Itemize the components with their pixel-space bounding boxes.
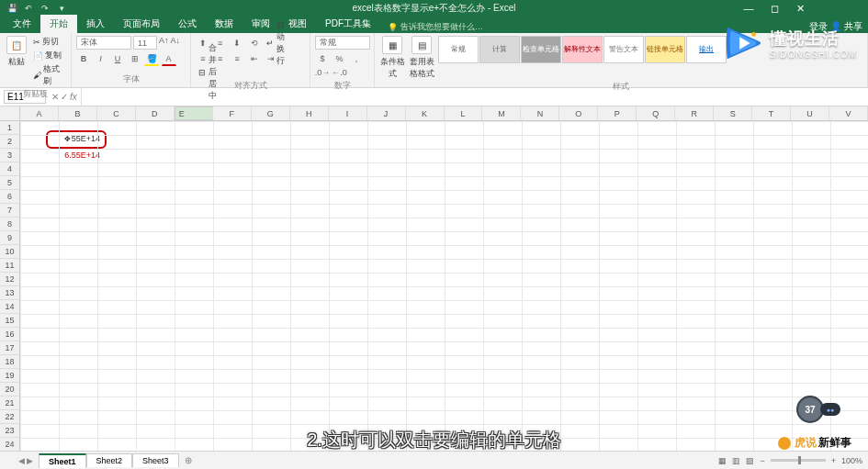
style-warn[interactable]: 警告文本 <box>603 36 644 63</box>
align-bottom-icon[interactable]: ⬇ <box>230 36 244 50</box>
selected-cell[interactable] <box>175 190 214 205</box>
tab-insert[interactable]: 插入 <box>77 15 114 33</box>
col-header-E[interactable]: E <box>175 106 213 120</box>
align-right-icon[interactable]: ≡ <box>230 51 244 65</box>
row-header-8[interactable]: 8 <box>0 218 19 231</box>
style-normal[interactable]: 常规 <box>438 36 479 63</box>
tab-data[interactable]: 数据 <box>206 15 242 33</box>
dec-decimal-icon[interactable]: ←.0 <box>333 65 347 79</box>
zoom-slider[interactable] <box>771 459 826 462</box>
row-header-18[interactable]: 18 <box>0 355 19 369</box>
decrease-font-icon[interactable]: A↓ <box>171 36 181 50</box>
sheet-next-icon[interactable]: ▶ <box>27 456 33 465</box>
row-header-14[interactable]: 14 <box>0 300 19 314</box>
style-calc[interactable]: 计算 <box>479 36 520 63</box>
col-header-D[interactable]: D <box>136 106 175 120</box>
row-header-1[interactable]: 1 <box>0 121 19 135</box>
save-icon[interactable]: 💾 <box>6 2 18 15</box>
qat-more-icon[interactable]: ▾ <box>55 2 68 15</box>
row-header-3[interactable]: 3 <box>0 149 19 162</box>
row-header-10[interactable]: 10 <box>0 245 19 259</box>
col-header-I[interactable]: I <box>329 106 367 120</box>
col-header-T[interactable]: T <box>752 106 791 120</box>
currency-icon[interactable]: $ <box>315 51 330 65</box>
tab-pagelayout[interactable]: 页面布局 <box>114 15 169 33</box>
view-break-icon[interactable]: ▨ <box>746 456 754 465</box>
col-header-V[interactable]: V <box>829 106 868 120</box>
font-color-button[interactable]: A <box>162 52 176 66</box>
undo-icon[interactable]: ↶ <box>22 2 35 15</box>
col-header-K[interactable]: K <box>406 106 445 120</box>
col-header-F[interactable]: F <box>213 106 252 120</box>
cell-styles-gallery[interactable]: 常规 计算 检查单元格 解释性文本 警告文本 链接单元格 输出 <box>438 36 727 63</box>
font-size-select[interactable]: 11 <box>133 36 157 50</box>
redo-icon[interactable]: ↷ <box>39 2 51 15</box>
underline-button[interactable]: U <box>110 51 125 65</box>
indent-dec-icon[interactable]: ⇤ <box>247 51 262 65</box>
col-header-M[interactable]: M <box>482 106 521 120</box>
col-header-S[interactable]: S <box>714 106 752 120</box>
style-check[interactable]: 检查单元格 <box>521 36 561 63</box>
number-format-select[interactable]: 常规 <box>315 36 370 50</box>
col-header-N[interactable]: N <box>521 106 559 120</box>
fill-color-button[interactable]: 🪣 <box>144 52 159 66</box>
row-header-4[interactable]: 4 <box>0 162 19 176</box>
maximize-icon[interactable]: ◻ <box>761 3 787 15</box>
row-header-22[interactable]: 22 <box>0 410 19 424</box>
tell-me[interactable]: 💡告诉我您想要做什么… <box>388 21 483 33</box>
select-all-corner[interactable] <box>0 106 20 121</box>
fx-icon[interactable]: fx <box>70 92 77 102</box>
increase-font-icon[interactable]: A↑ <box>159 36 169 50</box>
font-name-select[interactable]: 宋体 <box>76 36 131 50</box>
row-header-20[interactable]: 20 <box>0 383 19 396</box>
cell-b3[interactable]: 6.55E+14 <box>53 150 103 161</box>
style-explain[interactable]: 解释性文本 <box>562 36 603 63</box>
view-normal-icon[interactable]: ▦ <box>718 456 727 465</box>
row-header-24[interactable]: 24 <box>0 438 19 452</box>
row-header-5[interactable]: 5 <box>0 176 19 190</box>
cell-area[interactable]: ✥55E+14 6.55E+14 <box>20 121 868 455</box>
row-header-7[interactable]: 7 <box>0 204 19 218</box>
row-header-19[interactable]: 19 <box>0 369 19 383</box>
style-output[interactable]: 输出 <box>686 36 727 63</box>
tab-formulas[interactable]: 公式 <box>169 15 206 33</box>
col-header-P[interactable]: P <box>598 106 637 120</box>
row-header-15[interactable]: 15 <box>0 314 19 328</box>
cut-button[interactable]: ✂ 剪切 <box>33 36 66 48</box>
conditional-format-button[interactable]: ▦条件格式 <box>379 36 405 80</box>
paste-button[interactable]: 📋粘贴 <box>5 36 29 68</box>
col-header-O[interactable]: O <box>559 106 598 120</box>
zoom-level[interactable]: 100% <box>841 456 862 465</box>
border-button[interactable]: ⊞ <box>128 51 142 65</box>
merge-button[interactable]: ⊟合并后居中 <box>196 65 225 79</box>
col-header-G[interactable]: G <box>252 106 290 120</box>
row-header-16[interactable]: 16 <box>0 328 19 341</box>
indent-inc-icon[interactable]: ⇥ <box>264 51 278 65</box>
italic-button[interactable]: I <box>94 51 108 65</box>
wrap-text-button[interactable]: ↵自动换行 <box>264 36 293 50</box>
copy-button[interactable]: 📄 复制 <box>33 50 66 61</box>
tab-review[interactable]: 审阅 <box>242 15 279 33</box>
col-header-L[interactable]: L <box>445 106 483 120</box>
col-header-R[interactable]: R <box>675 106 714 120</box>
zoom-in-icon[interactable]: + <box>831 456 836 465</box>
sheet-prev-icon[interactable]: ◀ <box>18 456 25 465</box>
row-header-12[interactable]: 12 <box>0 273 19 286</box>
col-header-A[interactable]: A <box>20 106 59 120</box>
col-header-B[interactable]: B <box>59 106 97 120</box>
minimize-icon[interactable]: — <box>736 3 761 15</box>
col-header-H[interactable]: H <box>290 106 329 120</box>
format-table-button[interactable]: ▤套用表格格式 <box>409 36 434 80</box>
row-header-11[interactable]: 11 <box>0 259 19 273</box>
zoom-out-icon[interactable]: − <box>760 456 764 465</box>
style-link[interactable]: 链接单元格 <box>645 36 685 63</box>
sheet-tab-2[interactable]: Sheet2 <box>86 453 133 467</box>
row-header-17[interactable]: 17 <box>0 341 19 355</box>
spreadsheet-grid[interactable]: ABCDEFGHIJKLMNOPQRSTUV 12345678910111213… <box>0 106 868 455</box>
format-painter-button[interactable]: 🖌 格式刷 <box>33 63 66 87</box>
col-header-J[interactable]: J <box>367 106 406 120</box>
col-header-U[interactable]: U <box>791 106 829 120</box>
row-header-21[interactable]: 21 <box>0 396 19 410</box>
sheet-tab-3[interactable]: Sheet3 <box>132 453 179 467</box>
percent-icon[interactable]: % <box>333 51 347 65</box>
